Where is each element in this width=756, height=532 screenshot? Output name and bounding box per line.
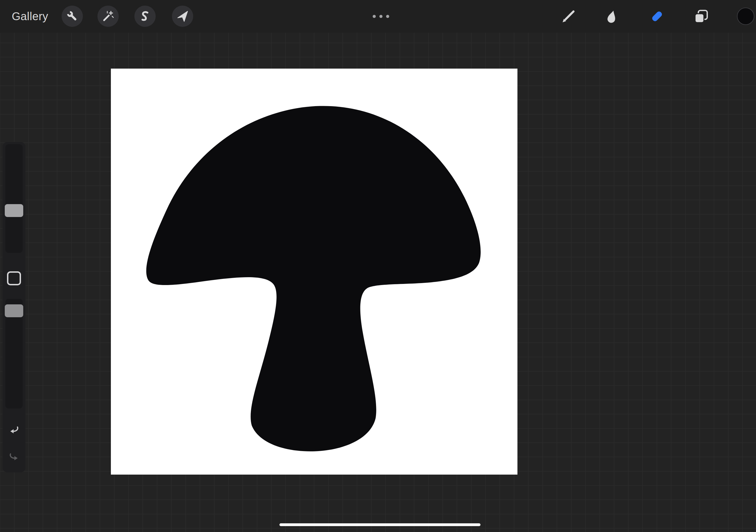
actions-button[interactable] (62, 6, 83, 27)
layers-button[interactable] (689, 5, 713, 28)
ellipsis-icon (386, 15, 389, 18)
smudge-icon (603, 9, 619, 25)
smudge-tool-button[interactable] (600, 5, 623, 28)
gallery-button[interactable]: Gallery (12, 0, 48, 33)
adjustments-button[interactable] (97, 6, 119, 27)
selection-button[interactable] (134, 6, 156, 27)
paint-tool-button[interactable] (557, 5, 580, 28)
magic-wand-icon (102, 10, 115, 23)
mushroom-silhouette (146, 106, 480, 451)
top-toolbar: Gallery (0, 0, 756, 33)
home-indicator[interactable] (280, 523, 480, 526)
brush-icon (560, 9, 577, 25)
undo-button[interactable] (7, 422, 21, 436)
redo-button[interactable] (7, 449, 21, 463)
brush-size-slider-handle[interactable] (5, 204, 23, 217)
drawing-canvas[interactable] (111, 68, 517, 475)
color-swatch[interactable] (737, 8, 754, 25)
redo-arrow-icon (8, 450, 20, 462)
transform-arrow-icon (176, 10, 189, 23)
modify-button[interactable] (7, 271, 21, 285)
transform-button[interactable] (172, 6, 193, 27)
more-options-button[interactable] (370, 13, 392, 19)
undo-arrow-icon (8, 423, 20, 435)
mushroom-drawing (111, 68, 517, 475)
ellipsis-icon (379, 15, 383, 18)
selection-s-icon (139, 10, 151, 23)
wrench-icon (66, 10, 79, 23)
sidebar (3, 142, 25, 472)
brush-size-slider-track[interactable] (5, 144, 23, 253)
layers-icon (693, 9, 709, 25)
erase-tool-button[interactable] (645, 5, 669, 28)
ellipsis-icon (373, 15, 376, 18)
eraser-icon (649, 9, 665, 25)
opacity-slider-handle[interactable] (5, 305, 23, 317)
procreate-canvas-screen: Gallery (0, 0, 756, 532)
